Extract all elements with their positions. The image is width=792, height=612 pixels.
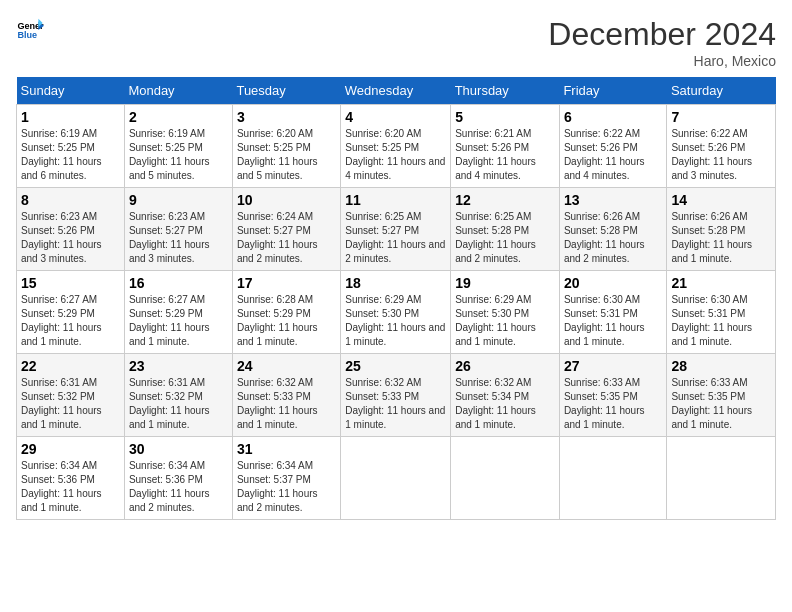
day-info: Sunrise: 6:31 AM Sunset: 5:32 PM Dayligh… <box>21 376 120 432</box>
day-info: Sunrise: 6:25 AM Sunset: 5:28 PM Dayligh… <box>455 210 555 266</box>
calendar-cell: 22Sunrise: 6:31 AM Sunset: 5:32 PM Dayli… <box>17 354 125 437</box>
day-number: 28 <box>671 358 771 374</box>
day-info: Sunrise: 6:23 AM Sunset: 5:27 PM Dayligh… <box>129 210 228 266</box>
calendar-cell: 6Sunrise: 6:22 AM Sunset: 5:26 PM Daylig… <box>559 105 667 188</box>
day-info: Sunrise: 6:26 AM Sunset: 5:28 PM Dayligh… <box>564 210 663 266</box>
day-number: 24 <box>237 358 336 374</box>
calendar-cell: 8Sunrise: 6:23 AM Sunset: 5:26 PM Daylig… <box>17 188 125 271</box>
day-number: 12 <box>455 192 555 208</box>
calendar-cell: 1Sunrise: 6:19 AM Sunset: 5:25 PM Daylig… <box>17 105 125 188</box>
calendar-cell: 19Sunrise: 6:29 AM Sunset: 5:30 PM Dayli… <box>451 271 560 354</box>
calendar-cell: 29Sunrise: 6:34 AM Sunset: 5:36 PM Dayli… <box>17 437 125 520</box>
day-info: Sunrise: 6:19 AM Sunset: 5:25 PM Dayligh… <box>129 127 228 183</box>
calendar-week-row: 15Sunrise: 6:27 AM Sunset: 5:29 PM Dayli… <box>17 271 776 354</box>
day-number: 15 <box>21 275 120 291</box>
calendar-cell <box>559 437 667 520</box>
month-title: December 2024 <box>548 16 776 53</box>
calendar-cell: 2Sunrise: 6:19 AM Sunset: 5:25 PM Daylig… <box>124 105 232 188</box>
day-info: Sunrise: 6:34 AM Sunset: 5:36 PM Dayligh… <box>21 459 120 515</box>
day-info: Sunrise: 6:26 AM Sunset: 5:28 PM Dayligh… <box>671 210 771 266</box>
day-info: Sunrise: 6:22 AM Sunset: 5:26 PM Dayligh… <box>671 127 771 183</box>
calendar-week-row: 8Sunrise: 6:23 AM Sunset: 5:26 PM Daylig… <box>17 188 776 271</box>
calendar-cell: 20Sunrise: 6:30 AM Sunset: 5:31 PM Dayli… <box>559 271 667 354</box>
col-wednesday: Wednesday <box>341 77 451 105</box>
day-number: 14 <box>671 192 771 208</box>
calendar-cell: 31Sunrise: 6:34 AM Sunset: 5:37 PM Dayli… <box>232 437 340 520</box>
calendar-cell: 21Sunrise: 6:30 AM Sunset: 5:31 PM Dayli… <box>667 271 776 354</box>
day-number: 23 <box>129 358 228 374</box>
calendar-cell: 23Sunrise: 6:31 AM Sunset: 5:32 PM Dayli… <box>124 354 232 437</box>
day-number: 21 <box>671 275 771 291</box>
day-number: 3 <box>237 109 336 125</box>
calendar-week-row: 29Sunrise: 6:34 AM Sunset: 5:36 PM Dayli… <box>17 437 776 520</box>
day-info: Sunrise: 6:31 AM Sunset: 5:32 PM Dayligh… <box>129 376 228 432</box>
day-number: 19 <box>455 275 555 291</box>
day-info: Sunrise: 6:29 AM Sunset: 5:30 PM Dayligh… <box>345 293 446 349</box>
logo: General Blue <box>16 16 44 44</box>
calendar-cell: 9Sunrise: 6:23 AM Sunset: 5:27 PM Daylig… <box>124 188 232 271</box>
day-number: 6 <box>564 109 663 125</box>
day-info: Sunrise: 6:24 AM Sunset: 5:27 PM Dayligh… <box>237 210 336 266</box>
day-info: Sunrise: 6:25 AM Sunset: 5:27 PM Dayligh… <box>345 210 446 266</box>
day-info: Sunrise: 6:28 AM Sunset: 5:29 PM Dayligh… <box>237 293 336 349</box>
calendar-cell: 11Sunrise: 6:25 AM Sunset: 5:27 PM Dayli… <box>341 188 451 271</box>
col-thursday: Thursday <box>451 77 560 105</box>
calendar-cell: 28Sunrise: 6:33 AM Sunset: 5:35 PM Dayli… <box>667 354 776 437</box>
day-number: 26 <box>455 358 555 374</box>
day-number: 29 <box>21 441 120 457</box>
col-friday: Friday <box>559 77 667 105</box>
calendar-week-row: 22Sunrise: 6:31 AM Sunset: 5:32 PM Dayli… <box>17 354 776 437</box>
calendar-cell: 10Sunrise: 6:24 AM Sunset: 5:27 PM Dayli… <box>232 188 340 271</box>
calendar-cell: 7Sunrise: 6:22 AM Sunset: 5:26 PM Daylig… <box>667 105 776 188</box>
calendar-cell: 14Sunrise: 6:26 AM Sunset: 5:28 PM Dayli… <box>667 188 776 271</box>
day-info: Sunrise: 6:34 AM Sunset: 5:37 PM Dayligh… <box>237 459 336 515</box>
day-info: Sunrise: 6:19 AM Sunset: 5:25 PM Dayligh… <box>21 127 120 183</box>
calendar-cell: 24Sunrise: 6:32 AM Sunset: 5:33 PM Dayli… <box>232 354 340 437</box>
day-info: Sunrise: 6:20 AM Sunset: 5:25 PM Dayligh… <box>237 127 336 183</box>
calendar-cell <box>451 437 560 520</box>
calendar-cell: 25Sunrise: 6:32 AM Sunset: 5:33 PM Dayli… <box>341 354 451 437</box>
col-monday: Monday <box>124 77 232 105</box>
day-number: 18 <box>345 275 446 291</box>
day-info: Sunrise: 6:27 AM Sunset: 5:29 PM Dayligh… <box>21 293 120 349</box>
day-number: 4 <box>345 109 446 125</box>
calendar-cell: 16Sunrise: 6:27 AM Sunset: 5:29 PM Dayli… <box>124 271 232 354</box>
calendar-cell: 18Sunrise: 6:29 AM Sunset: 5:30 PM Dayli… <box>341 271 451 354</box>
day-number: 2 <box>129 109 228 125</box>
calendar-cell: 13Sunrise: 6:26 AM Sunset: 5:28 PM Dayli… <box>559 188 667 271</box>
day-number: 10 <box>237 192 336 208</box>
col-sunday: Sunday <box>17 77 125 105</box>
calendar-cell <box>667 437 776 520</box>
calendar-cell: 5Sunrise: 6:21 AM Sunset: 5:26 PM Daylig… <box>451 105 560 188</box>
day-number: 22 <box>21 358 120 374</box>
calendar-cell: 15Sunrise: 6:27 AM Sunset: 5:29 PM Dayli… <box>17 271 125 354</box>
calendar-cell <box>341 437 451 520</box>
day-info: Sunrise: 6:22 AM Sunset: 5:26 PM Dayligh… <box>564 127 663 183</box>
calendar-cell: 4Sunrise: 6:20 AM Sunset: 5:25 PM Daylig… <box>341 105 451 188</box>
day-info: Sunrise: 6:32 AM Sunset: 5:33 PM Dayligh… <box>237 376 336 432</box>
calendar-cell: 26Sunrise: 6:32 AM Sunset: 5:34 PM Dayli… <box>451 354 560 437</box>
day-info: Sunrise: 6:33 AM Sunset: 5:35 PM Dayligh… <box>671 376 771 432</box>
day-info: Sunrise: 6:20 AM Sunset: 5:25 PM Dayligh… <box>345 127 446 183</box>
day-info: Sunrise: 6:33 AM Sunset: 5:35 PM Dayligh… <box>564 376 663 432</box>
title-area: December 2024 Haro, Mexico <box>548 16 776 69</box>
svg-text:Blue: Blue <box>17 30 37 40</box>
calendar-cell: 30Sunrise: 6:34 AM Sunset: 5:36 PM Dayli… <box>124 437 232 520</box>
calendar-cell: 27Sunrise: 6:33 AM Sunset: 5:35 PM Dayli… <box>559 354 667 437</box>
logo-icon: General Blue <box>16 16 44 44</box>
calendar-header-row: Sunday Monday Tuesday Wednesday Thursday… <box>17 77 776 105</box>
day-number: 30 <box>129 441 228 457</box>
day-info: Sunrise: 6:32 AM Sunset: 5:33 PM Dayligh… <box>345 376 446 432</box>
day-number: 16 <box>129 275 228 291</box>
day-info: Sunrise: 6:29 AM Sunset: 5:30 PM Dayligh… <box>455 293 555 349</box>
day-info: Sunrise: 6:30 AM Sunset: 5:31 PM Dayligh… <box>564 293 663 349</box>
day-number: 11 <box>345 192 446 208</box>
day-info: Sunrise: 6:27 AM Sunset: 5:29 PM Dayligh… <box>129 293 228 349</box>
day-number: 27 <box>564 358 663 374</box>
day-number: 5 <box>455 109 555 125</box>
day-number: 17 <box>237 275 336 291</box>
calendar-week-row: 1Sunrise: 6:19 AM Sunset: 5:25 PM Daylig… <box>17 105 776 188</box>
day-info: Sunrise: 6:30 AM Sunset: 5:31 PM Dayligh… <box>671 293 771 349</box>
calendar-table: Sunday Monday Tuesday Wednesday Thursday… <box>16 77 776 520</box>
day-info: Sunrise: 6:34 AM Sunset: 5:36 PM Dayligh… <box>129 459 228 515</box>
